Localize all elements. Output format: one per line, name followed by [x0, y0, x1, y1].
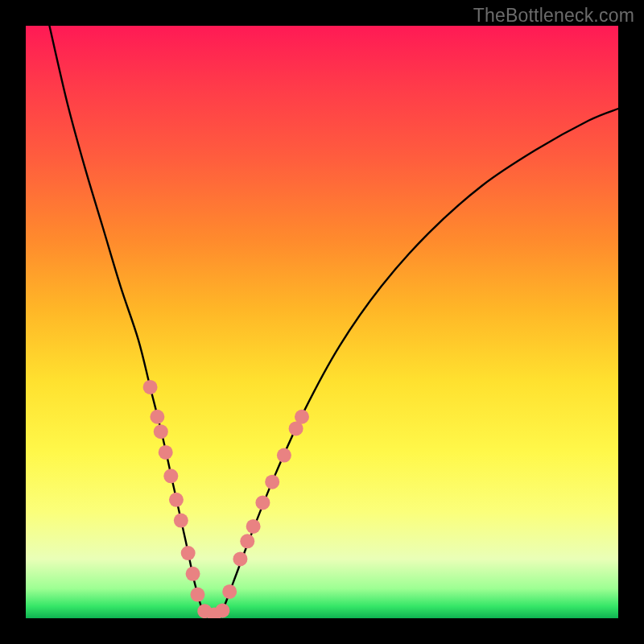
gradient-background [26, 26, 618, 618]
plot-area [26, 26, 618, 618]
watermark-text: TheBottleneck.com [473, 5, 634, 27]
chart-frame: TheBottleneck.com [0, 0, 644, 644]
